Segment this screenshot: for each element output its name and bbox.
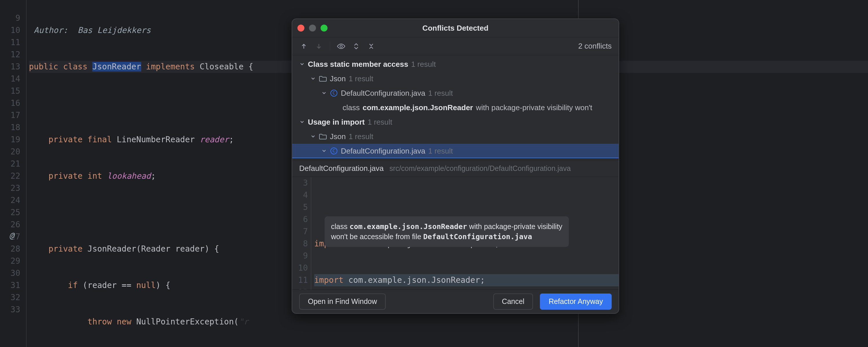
result-count: 1 result [411, 60, 436, 69]
chevron-down-icon[interactable] [321, 90, 327, 96]
file-name: DefaultConfiguration.java [341, 89, 425, 98]
svg-text:C: C [333, 90, 335, 96]
chevron-down-icon[interactable] [310, 134, 316, 139]
conflict-count: 2 conflicts [578, 42, 612, 51]
module-name: Json [330, 74, 346, 83]
collapse-all-icon[interactable] [367, 42, 376, 51]
result-count: 1 result [349, 74, 373, 83]
result-count: 1 result [368, 118, 392, 127]
module-name: Json [330, 132, 346, 141]
svg-point-0 [340, 45, 342, 48]
window-controls [298, 25, 328, 32]
tree-leaf[interactable]: class com.example.json.JsonReader with p… [292, 100, 619, 115]
preview-gutter: 3456789101112 [292, 177, 311, 289]
tree-item[interactable]: Json 1 result [292, 71, 619, 86]
folder-icon [319, 132, 327, 140]
author-annotation: Author: Bas Leijdekkers [34, 26, 151, 35]
next-occurrence-icon[interactable] [314, 42, 323, 51]
zoom-window-icon[interactable] [320, 25, 328, 32]
chevron-down-icon[interactable] [321, 148, 327, 154]
line-number: 9 [0, 12, 20, 24]
dialog-toolbar: 2 conflicts [292, 37, 619, 55]
preview-header: DefaultConfiguration.java src/com/exampl… [292, 160, 619, 177]
chevron-down-icon[interactable] [299, 61, 305, 67]
folder-icon [319, 74, 327, 83]
tree-group[interactable]: Class static member access 1 result [292, 57, 619, 71]
dialog-title: Conflicts Detected [423, 24, 488, 33]
minimize-window-icon[interactable] [309, 25, 316, 32]
tree-item[interactable]: Json 1 result [292, 129, 619, 144]
open-find-window-button[interactable]: Open in Find Window [299, 293, 386, 310]
preview-file-path: src/com/example/configuration/DefaultCon… [390, 164, 571, 172]
close-window-icon[interactable] [298, 25, 304, 32]
chevron-down-icon[interactable] [310, 76, 316, 82]
dialog-footer: Open in Find Window Cancel Refactor Anyw… [292, 289, 619, 313]
prev-occurrence-icon[interactable] [299, 42, 308, 51]
preview-file-name: DefaultConfiguration.java [299, 164, 384, 173]
preview-icon[interactable] [337, 42, 346, 51]
svg-text:C: C [333, 148, 335, 154]
annotation-marker-icon[interactable]: @ [9, 231, 14, 240]
conflicts-tree[interactable]: Class static member access 1 result Json… [292, 55, 619, 160]
expand-all-icon[interactable] [351, 42, 361, 51]
refactor-anyway-button[interactable]: Refactor Anyway [540, 293, 612, 310]
tree-group-title: Usage in import [308, 118, 365, 127]
class-icon: C [330, 147, 338, 155]
class-icon: C [330, 89, 338, 97]
editor-gutter: 9 101112 131415 161718 192021 222324 252… [0, 0, 26, 347]
chevron-down-icon[interactable] [299, 119, 305, 125]
cancel-button[interactable]: Cancel [493, 293, 533, 310]
preview-editor[interactable]: 3456789101112 import com.example.json.Js… [292, 177, 619, 289]
conflicts-dialog: Conflicts Detected 2 conflicts Class sta… [292, 19, 619, 314]
file-name: DefaultConfiguration.java [341, 147, 425, 156]
tree-item-selected[interactable]: C DefaultConfiguration.java 1 result [292, 144, 619, 158]
tree-group[interactable]: Usage in import 1 result [292, 115, 619, 129]
result-count: 1 result [428, 147, 453, 156]
dialog-titlebar[interactable]: Conflicts Detected [292, 19, 619, 37]
result-count: 1 result [428, 89, 453, 98]
tree-group-title: Class static member access [308, 60, 408, 69]
result-count: 1 result [349, 132, 373, 141]
conflict-tooltip: class com.example.json.JsonReader with p… [324, 216, 569, 247]
line-number [0, 0, 20, 12]
tree-item[interactable]: C DefaultConfiguration.java 1 result [292, 86, 619, 100]
